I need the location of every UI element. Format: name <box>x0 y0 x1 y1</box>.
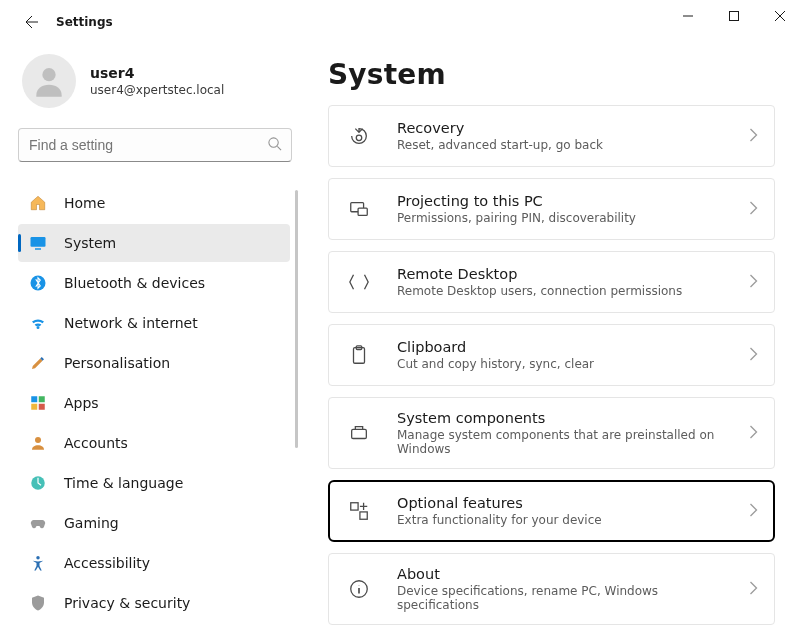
remote-desktop-icon <box>341 264 377 300</box>
card-about[interactable]: About Device specifications, rename PC, … <box>328 553 775 625</box>
chevron-right-icon <box>749 347 758 364</box>
nav-label: Network & internet <box>64 315 198 331</box>
content: System Recovery Reset, advanced start-up… <box>310 44 803 631</box>
user-text: user4 user4@xpertstec.local <box>90 65 224 97</box>
home-icon <box>28 193 48 213</box>
minimize-icon <box>683 11 693 21</box>
card-sub: Device specifications, rename PC, Window… <box>397 584 729 612</box>
nav-item-network[interactable]: Network & internet <box>18 304 290 342</box>
card-title: Projecting to this PC <box>397 193 729 209</box>
nav-item-privacy[interactable]: Privacy & security <box>18 584 290 622</box>
svg-rect-18 <box>352 429 367 438</box>
chevron-right-icon <box>749 128 758 145</box>
card-title: Recovery <box>397 120 729 136</box>
nav-item-home[interactable]: Home <box>18 184 290 222</box>
card-system-components[interactable]: System components Manage system componen… <box>328 397 775 469</box>
svg-rect-15 <box>358 208 367 215</box>
chevron-right-icon <box>749 581 758 598</box>
user-block[interactable]: user4 user4@xpertstec.local <box>18 54 302 108</box>
card-clipboard[interactable]: Clipboard Cut and copy history, sync, cl… <box>328 324 775 386</box>
back-button[interactable] <box>18 8 46 36</box>
nav-item-system[interactable]: System <box>18 224 290 262</box>
recovery-icon <box>341 118 377 154</box>
card-sub: Cut and copy history, sync, clear <box>397 357 729 371</box>
close-button[interactable] <box>757 0 803 32</box>
nav-label: System <box>64 235 116 251</box>
nav-label: Personalisation <box>64 355 170 371</box>
nav-label: Apps <box>64 395 99 411</box>
card-text: Projecting to this PC Permissions, pairi… <box>397 193 729 225</box>
user-name: user4 <box>90 65 224 81</box>
components-icon <box>341 415 377 451</box>
brush-icon <box>28 353 48 373</box>
nav-label: Accessibility <box>64 555 150 571</box>
svg-point-13 <box>356 135 362 141</box>
card-title: Remote Desktop <box>397 266 729 282</box>
card-text: About Device specifications, rename PC, … <box>397 566 729 612</box>
sidebar: user4 user4@xpertstec.local Home <box>0 44 310 631</box>
chevron-right-icon <box>749 201 758 218</box>
svg-point-10 <box>35 437 41 443</box>
svg-rect-3 <box>31 237 46 247</box>
svg-rect-7 <box>39 396 45 402</box>
nav-label: Time & language <box>64 475 183 491</box>
maximize-icon <box>729 11 739 21</box>
optional-features-icon <box>341 493 377 529</box>
user-email: user4@xpertstec.local <box>90 83 224 97</box>
search-icon <box>267 136 282 154</box>
svg-rect-6 <box>31 396 37 402</box>
card-optional-features[interactable]: Optional features Extra functionality fo… <box>328 480 775 542</box>
apps-icon <box>28 393 48 413</box>
page-title: System <box>328 58 775 91</box>
app-title: Settings <box>56 15 113 29</box>
maximize-button[interactable] <box>711 0 757 32</box>
card-title: About <box>397 566 729 582</box>
nav-label: Home <box>64 195 105 211</box>
minimize-button[interactable] <box>665 0 711 32</box>
nav-item-accounts[interactable]: Accounts <box>18 424 290 462</box>
nav-item-bluetooth[interactable]: Bluetooth & devices <box>18 264 290 302</box>
close-icon <box>775 11 785 21</box>
svg-rect-19 <box>351 503 358 510</box>
sidebar-scrollbar[interactable] <box>295 190 298 448</box>
svg-point-12 <box>36 556 39 559</box>
svg-rect-9 <box>39 404 45 410</box>
nav-item-apps[interactable]: Apps <box>18 384 290 422</box>
accessibility-icon <box>28 553 48 573</box>
clipboard-icon <box>341 337 377 373</box>
card-remote-desktop[interactable]: Remote Desktop Remote Desktop users, con… <box>328 251 775 313</box>
card-projecting[interactable]: Projecting to this PC Permissions, pairi… <box>328 178 775 240</box>
card-title: System components <box>397 410 729 426</box>
card-sub: Remote Desktop users, connection permiss… <box>397 284 729 298</box>
accounts-icon <box>28 433 48 453</box>
card-text: Clipboard Cut and copy history, sync, cl… <box>397 339 729 371</box>
card-sub: Extra functionality for your device <box>397 513 729 527</box>
card-title: Clipboard <box>397 339 729 355</box>
card-recovery[interactable]: Recovery Reset, advanced start-up, go ba… <box>328 105 775 167</box>
card-text: Optional features Extra functionality fo… <box>397 495 729 527</box>
nav-item-time[interactable]: Time & language <box>18 464 290 502</box>
card-text: Remote Desktop Remote Desktop users, con… <box>397 266 729 298</box>
nav-item-gaming[interactable]: Gaming <box>18 504 290 542</box>
back-arrow-icon <box>24 14 40 30</box>
gaming-icon <box>28 513 48 533</box>
nav-item-personalisation[interactable]: Personalisation <box>18 344 290 382</box>
card-title: Optional features <box>397 495 729 511</box>
about-icon <box>341 571 377 607</box>
svg-rect-4 <box>35 248 41 250</box>
nav-item-accessibility[interactable]: Accessibility <box>18 544 290 582</box>
svg-rect-20 <box>360 512 367 519</box>
card-text: System components Manage system componen… <box>397 410 729 456</box>
clock-globe-icon <box>28 473 48 493</box>
chevron-right-icon <box>749 274 758 291</box>
main: user4 user4@xpertstec.local Home <box>0 44 803 631</box>
nav-label: Gaming <box>64 515 119 531</box>
nav-label: Accounts <box>64 435 128 451</box>
projecting-icon <box>341 191 377 227</box>
shield-icon <box>28 593 48 613</box>
search-input[interactable] <box>18 128 292 162</box>
search-wrap <box>18 128 292 162</box>
titlebar: Settings <box>0 0 803 44</box>
svg-rect-8 <box>31 404 37 410</box>
chevron-right-icon <box>749 425 758 442</box>
